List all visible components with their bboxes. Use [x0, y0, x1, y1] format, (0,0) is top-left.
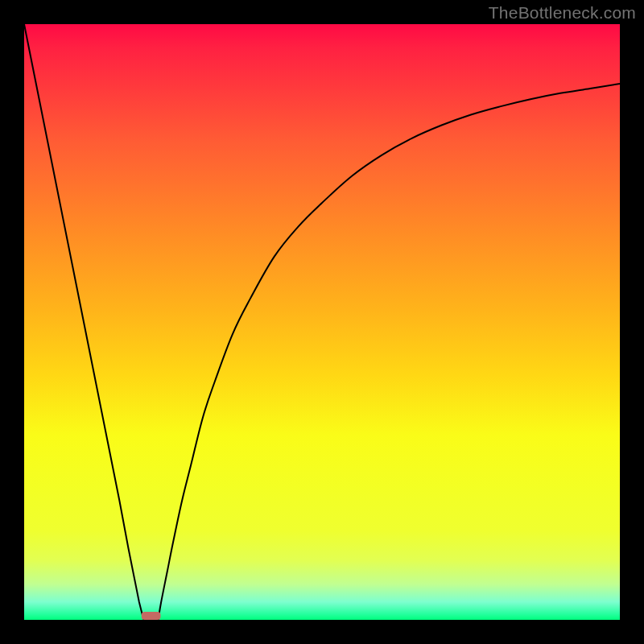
- optimum-marker: [142, 612, 161, 620]
- chart-frame: TheBottleneck.com: [0, 0, 644, 644]
- plot-area: [24, 24, 620, 620]
- bottleneck-curve-right: [159, 84, 621, 620]
- watermark-text: TheBottleneck.com: [489, 3, 636, 23]
- curve-layer: [24, 24, 620, 620]
- bottleneck-curve-left: [24, 24, 144, 620]
